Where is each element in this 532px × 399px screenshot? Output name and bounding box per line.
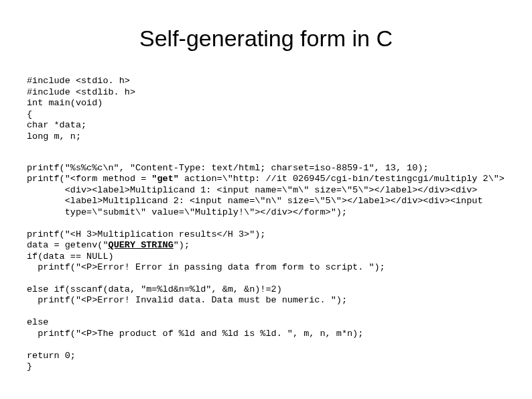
page-title: Self-generating form in C [27, 25, 505, 52]
code-line: } [27, 361, 32, 372]
code-block-declarations: #include <stdio. h> #include <stdlib. h>… [27, 65, 505, 142]
code-line: data = getenv("QUERY_STRING"); [27, 240, 190, 250]
code-line: printf("%s%c%c\n", "Content-Type: text/h… [27, 163, 429, 173]
code-block-body: printf("%s%c%c\n", "Content-Type: text/h… [27, 152, 505, 372]
code-fragment: printf("<form method = [27, 174, 151, 184]
code-line: printf("<P>Error! Error in passing data … [27, 262, 505, 273]
code-line: return 0; [27, 351, 76, 361]
slide: Self-generating form in C #include <stdi… [0, 0, 532, 393]
code-line: char *data; [27, 120, 86, 130]
code-fragment: "); [174, 240, 190, 250]
code-line: #include <stdio. h> [27, 76, 130, 86]
code-line: if(data == NULL) [27, 251, 114, 262]
code-line: #include <stdlib. h> [27, 87, 135, 97]
code-line-wrapped: printf("<form method = "get" action=\"ht… [27, 174, 505, 218]
code-line: printf("<P>The product of %ld and %ld is… [27, 329, 505, 339]
code-line: printf("<P>Error! Invalid data. Data mus… [27, 295, 505, 306]
code-fragment: data = getenv(" [27, 240, 109, 250]
code-line: else if(sscanf(data, "m=%ld&n=%ld", &m, … [27, 284, 282, 294]
code-line: else [27, 317, 48, 327]
code-fragment-emphasis: QUERY_STRING [109, 240, 174, 250]
code-fragment-bold: "get" [151, 174, 179, 184]
code-line: int main(void) [27, 98, 103, 108]
code-line: { [27, 109, 32, 119]
code-line: printf("<H 3>Multiplication results</H 3… [27, 229, 265, 239]
code-line: long m, n; [27, 131, 81, 141]
